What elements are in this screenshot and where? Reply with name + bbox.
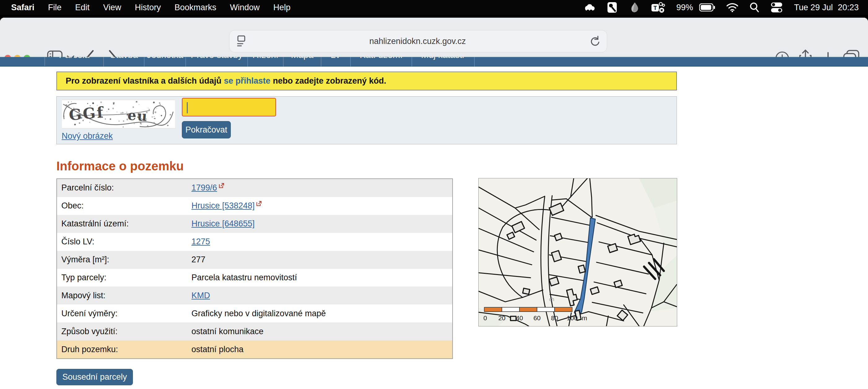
scale-tick: 60 <box>533 314 540 322</box>
web-page: ParcelaStavbaJednotkaPrávo stavbyŘízeníM… <box>0 57 868 389</box>
table-row: Číslo LV:1275 <box>57 233 452 251</box>
table-row: Mapový list:KMD <box>57 287 452 304</box>
macos-menu-bar: Safari FileEditViewHistoryBookmarksWindo… <box>0 0 868 15</box>
captcha-word-1: GGf <box>68 103 105 124</box>
row-value-text: ostatní plocha <box>191 345 244 354</box>
nav-tab-label: Právo stavby <box>186 57 248 60</box>
continue-button[interactable]: Pokračovat <box>182 121 231 138</box>
external-link-icon <box>256 200 262 206</box>
row-value-link[interactable]: Hrusice [648655] <box>191 219 255 229</box>
nav-tab-parcela[interactable]: Parcela <box>45 57 104 67</box>
nav-tab-label: LV <box>321 57 350 60</box>
menu-item-view[interactable]: View <box>103 3 121 12</box>
page-settings-icon[interactable] <box>236 35 246 47</box>
row-value-link[interactable]: 1799/6 <box>191 183 217 193</box>
row-value-link[interactable]: KMD <box>191 291 210 300</box>
nav-spacer <box>0 57 45 66</box>
row-value: ostatní plocha <box>191 345 452 354</box>
nav-tab-lv[interactable]: LV <box>321 57 351 67</box>
menu-items: FileEditViewHistoryBookmarksWindowHelp <box>34 3 290 12</box>
spotlight-search-icon[interactable] <box>749 2 759 13</box>
table-row: Výměra [m²]:277 <box>57 251 452 269</box>
site-nav-bar: ParcelaStavbaJednotkaPrávo stavbyŘízeníM… <box>0 57 868 67</box>
row-value-text: ostatní komunikace <box>191 327 264 336</box>
row-label: Parcelní číslo: <box>57 183 191 193</box>
menu-item-file[interactable]: File <box>48 3 62 12</box>
scale-tick: 100 <box>567 314 578 322</box>
browser-window: nahlizenidokn.cuzk.gov.cz ParcelaStavbaJ… <box>0 18 868 389</box>
cloud-app-icon[interactable] <box>583 2 596 13</box>
nav-tab-mapa[interactable]: Mapa <box>283 57 321 67</box>
captcha-image: GGf eu <box>62 100 175 129</box>
scale-tick: 20 <box>498 314 505 322</box>
row-label: Katastrální území: <box>57 219 191 229</box>
table-row: Typ parcely:Parcela katastru nemovitostí <box>57 269 452 287</box>
text-cursor <box>187 102 188 114</box>
nav-tab-label: Řízení <box>248 57 283 60</box>
menu-clock[interactable]: Tue 29 Jul 20:23 <box>794 3 859 12</box>
new-captcha-link[interactable]: Nový obrázek <box>62 131 113 141</box>
menu-item-edit[interactable]: Edit <box>75 3 90 12</box>
menu-item-history[interactable]: History <box>135 3 161 12</box>
scale-tick: 0 <box>483 314 487 322</box>
screen-recording-icon[interactable] <box>607 2 618 13</box>
nav-tab-kat-zem-[interactable]: Kat. území <box>351 57 412 67</box>
row-label: Obec: <box>57 201 191 210</box>
row-value-link[interactable]: Hrusice [538248] <box>191 201 255 210</box>
row-value-link[interactable]: 1275 <box>191 237 210 247</box>
control-center-icon[interactable] <box>770 2 783 13</box>
menu-item-help[interactable]: Help <box>273 3 290 12</box>
row-label: Výměra [m²]: <box>57 255 191 264</box>
menu-time: 20:23 <box>838 3 859 12</box>
login-link[interactable]: se přihlaste <box>224 76 271 86</box>
nav-tab-stavba[interactable]: Stavba <box>104 57 144 67</box>
row-value-text: Graficky nebo v digitalizované mapě <box>191 309 326 318</box>
battery-icon[interactable] <box>699 3 715 11</box>
nav-tab-label: Kat. území <box>351 57 412 60</box>
notice-text-before: Pro zobrazení vlastníka a dalších údajů <box>66 76 221 86</box>
cadastral-map-image: ch 0 20 40 60 80 100 m <box>478 179 677 326</box>
menu-item-window[interactable]: Window <box>230 3 259 12</box>
captcha-word-2: eu <box>127 107 148 124</box>
neighbor-parcels-button[interactable]: Sousední parcely <box>56 369 133 385</box>
battery-percent[interactable]: 99% <box>676 3 693 12</box>
reload-icon[interactable] <box>590 35 600 47</box>
nav-tab-label: Parcela <box>45 57 103 60</box>
page-title: Informace o pozemku <box>56 159 184 173</box>
app-badge-icon[interactable]: T <box>651 2 665 13</box>
table-row: Obec:Hrusice [538248] <box>57 197 452 215</box>
row-value: KMD <box>191 291 452 300</box>
nav-tab-label: Mapa <box>283 57 321 60</box>
row-value: ostatní komunikace <box>191 327 452 336</box>
row-label: Číslo LV: <box>57 237 191 247</box>
nav-tab-label: Jednotka <box>144 57 186 60</box>
row-label: Druh pozemku: <box>57 345 191 354</box>
nav-tab-m-j-katastr[interactable]: Můj katastr <box>412 57 474 67</box>
map-scale-bar: 0 20 40 60 80 100 m <box>483 307 587 322</box>
menu-date: Tue 29 Jul <box>794 3 833 12</box>
nav-tab-pr-vo-stavby[interactable]: Právo stavby <box>186 57 248 67</box>
menu-item-bookmarks[interactable]: Bookmarks <box>175 3 216 12</box>
gradient-blob-icon[interactable] <box>629 2 640 13</box>
row-label: Mapový list: <box>57 291 191 300</box>
table-row: Způsob využití:ostatní komunikace <box>57 322 452 341</box>
row-label: Typ parcely: <box>57 273 191 283</box>
url-text[interactable]: nahlizenidokn.cuzk.gov.cz <box>246 37 590 46</box>
cadastral-map[interactable]: ch 0 20 40 60 80 100 m <box>478 178 677 326</box>
map-faint-label: ch <box>549 297 554 302</box>
address-bar[interactable]: nahlizenidokn.cuzk.gov.cz <box>229 30 607 52</box>
row-value: 1275 <box>191 237 452 247</box>
scale-unit: m <box>582 314 587 322</box>
captcha-input[interactable] <box>182 98 276 117</box>
parcel-info-table: Parcelní číslo:1799/6Obec:Hrusice [53824… <box>56 179 453 359</box>
svg-text:T: T <box>654 5 657 11</box>
wifi-icon[interactable] <box>726 3 738 12</box>
nav-tab-jednotka[interactable]: Jednotka <box>144 57 186 67</box>
row-label: Určení výměry: <box>57 309 191 318</box>
row-value: Graficky nebo v digitalizované mapě <box>191 309 452 318</box>
row-value: 1799/6 <box>191 183 452 193</box>
table-row: Druh pozemku:ostatní plocha <box>57 341 452 358</box>
menu-app-name[interactable]: Safari <box>11 3 34 12</box>
row-label: Způsob využití: <box>57 327 191 336</box>
nav-tab--zen-[interactable]: Řízení <box>248 57 283 67</box>
